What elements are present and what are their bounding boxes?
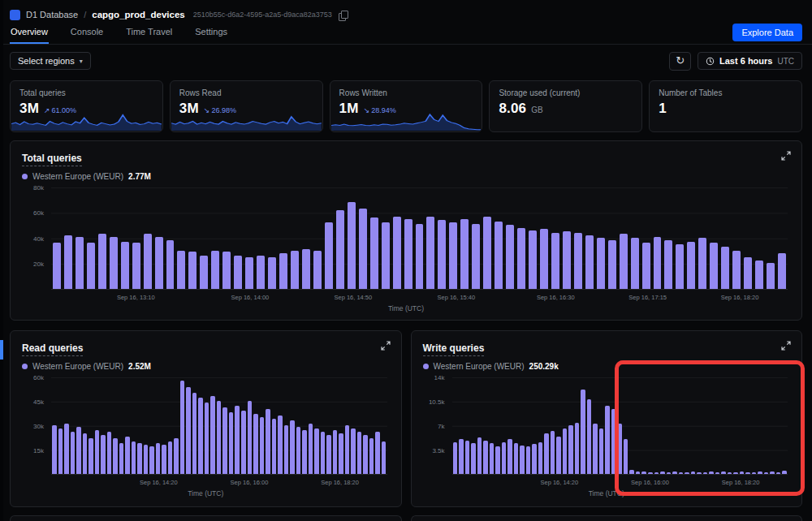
y-axis-labels: 14k10.5k7k3.5k xyxy=(423,377,449,475)
timezone-label: UTC xyxy=(777,57,794,66)
expand-icon[interactable] xyxy=(780,339,793,352)
tab-bar: Overview Console Time Travel Settings Ex… xyxy=(0,23,812,45)
copy-icon[interactable] xyxy=(338,10,348,20)
x-axis-title: Time (UTC) xyxy=(22,489,390,497)
stat-card-rows-read: Rows Read 3M ↘ 26.98% xyxy=(170,80,323,132)
breadcrumb-d1-database[interactable]: D1 Database xyxy=(26,10,78,19)
stat-label: Rows Read xyxy=(179,88,313,97)
clock-icon xyxy=(706,57,715,66)
bottom-charts-row: Read queries Western Europe (WEUR) 2.52M… xyxy=(10,330,802,507)
chart-plot-area[interactable] xyxy=(51,377,387,475)
x-axis-labels: Sep 16, 14:20Sep 16, 16:00Sep 16, 18:20 xyxy=(452,479,788,487)
select-regions-label: Select regions xyxy=(18,56,75,66)
d1-product-icon xyxy=(10,10,20,20)
left-rail xyxy=(0,0,3,521)
total-queries-panel: Total queries Western Europe (WEUR) 2.77… xyxy=(10,140,802,321)
select-regions-button[interactable]: Select regions ▾ xyxy=(10,52,91,70)
stat-label: Number of Tables xyxy=(659,88,793,97)
x-axis-labels: Sep 16, 14:20Sep 16, 16:00Sep 16, 18:20 xyxy=(51,479,387,487)
legend-value: 2.77M xyxy=(128,172,151,181)
y-axis-labels: 60k45k30k15k xyxy=(22,377,48,475)
stat-value: 8.06 xyxy=(499,101,526,117)
panel-title-read-queries: Read queries xyxy=(22,342,83,356)
expand-icon[interactable] xyxy=(379,339,392,352)
breadcrumb-separator: / xyxy=(84,10,86,19)
stat-card-number-of-tables: Number of Tables 1 xyxy=(649,80,802,132)
time-range-button[interactable]: Last 6 hours UTC xyxy=(698,52,802,70)
sparkline-chart xyxy=(331,111,482,131)
tab-console[interactable]: Console xyxy=(70,27,104,44)
refresh-icon: ↻ xyxy=(676,54,685,67)
tab-overview[interactable]: Overview xyxy=(10,27,49,44)
explore-data-button[interactable]: Explore Data xyxy=(732,24,802,41)
legend-dot xyxy=(22,174,28,179)
panel-title-write-queries: Write queries xyxy=(423,342,485,356)
cutoff-panel-left xyxy=(10,515,402,521)
expand-icon[interactable] xyxy=(780,149,793,162)
total-queries-chart: 80k60k40k20k Sep 16, 13:10Sep 16, 14:00S… xyxy=(22,186,790,311)
database-name: capgo_prod_devices xyxy=(92,10,184,19)
sparkline-chart xyxy=(11,111,162,131)
x-axis-labels: Sep 16, 13:10Sep 16, 14:00Sep 16, 14:50S… xyxy=(51,294,788,302)
breadcrumb: D1 Database / capgo_prod_devices 2510b55… xyxy=(0,0,812,23)
stat-card-total-queries: Total queries 3M ↗ 61.00% xyxy=(10,80,163,132)
x-axis-title: Time (UTC) xyxy=(22,304,790,312)
stat-card-storage-used: Storage used (current) 8.06 GB xyxy=(489,80,642,132)
sparkline-chart xyxy=(171,111,322,131)
database-id: 2510b55c-d6a2-4595-a2a5-d9aca82a3753 xyxy=(193,11,332,19)
toolbar-right: ↻ Last 6 hours UTC xyxy=(669,52,802,71)
write-queries-chart: 14k10.5k7k3.5k Sep 16, 14:20Sep 16, 16:0… xyxy=(423,376,791,496)
legend-dot xyxy=(22,364,28,369)
chart-legend: Western Europe (WEUR) 2.77M xyxy=(22,172,790,181)
legend-value: 2.52M xyxy=(128,362,151,371)
read-queries-panel: Read queries Western Europe (WEUR) 2.52M… xyxy=(10,330,402,507)
refresh-button[interactable]: ↻ xyxy=(669,52,691,71)
cutoff-panel-right xyxy=(411,515,803,521)
legend-region: Western Europe (WEUR) xyxy=(32,172,123,181)
chart-legend: Western Europe (WEUR) 2.52M xyxy=(22,362,390,371)
stat-label: Storage used (current) xyxy=(499,88,633,97)
chart-plot-area[interactable] xyxy=(452,377,788,475)
read-queries-chart: 60k45k30k15k Sep 16, 14:20Sep 16, 16:00S… xyxy=(22,376,390,496)
y-axis-labels: 80k60k40k20k xyxy=(22,187,48,290)
legend-dot xyxy=(423,364,429,369)
left-rail-accent xyxy=(0,340,3,360)
legend-region: Western Europe (WEUR) xyxy=(32,362,123,371)
cutoff-panels-row xyxy=(10,515,802,521)
stat-unit: GB xyxy=(531,105,542,114)
stat-label: Total queries xyxy=(19,88,153,97)
chevron-down-icon: ▾ xyxy=(80,58,83,65)
toolbar: Select regions ▾ ↻ Last 6 hours UTC xyxy=(0,45,812,80)
legend-region: Western Europe (WEUR) xyxy=(434,362,525,371)
chart-plot-area[interactable] xyxy=(51,187,788,290)
bar-series xyxy=(51,187,788,289)
time-range-label: Last 6 hours xyxy=(719,56,772,66)
stat-value: 1 xyxy=(659,101,667,117)
chart-legend: Western Europe (WEUR) 250.29k xyxy=(423,362,791,371)
stat-label: Rows Written xyxy=(339,88,473,97)
panel-title-total-queries: Total queries xyxy=(22,153,82,166)
bar-series xyxy=(51,377,387,474)
stat-card-rows-written: Rows Written 1M ↘ 28.94% xyxy=(330,80,483,132)
tab-settings[interactable]: Settings xyxy=(194,27,228,44)
legend-value: 250.29k xyxy=(529,362,559,371)
bar-series xyxy=(452,377,788,474)
write-queries-panel: Write queries Western Europe (WEUR) 250.… xyxy=(411,330,803,507)
tab-time-travel[interactable]: Time Travel xyxy=(125,27,173,44)
stats-row: Total queries 3M ↗ 61.00% Rows Read 3M ↘… xyxy=(0,80,812,132)
x-axis-title: Time (UTC) xyxy=(423,489,791,497)
